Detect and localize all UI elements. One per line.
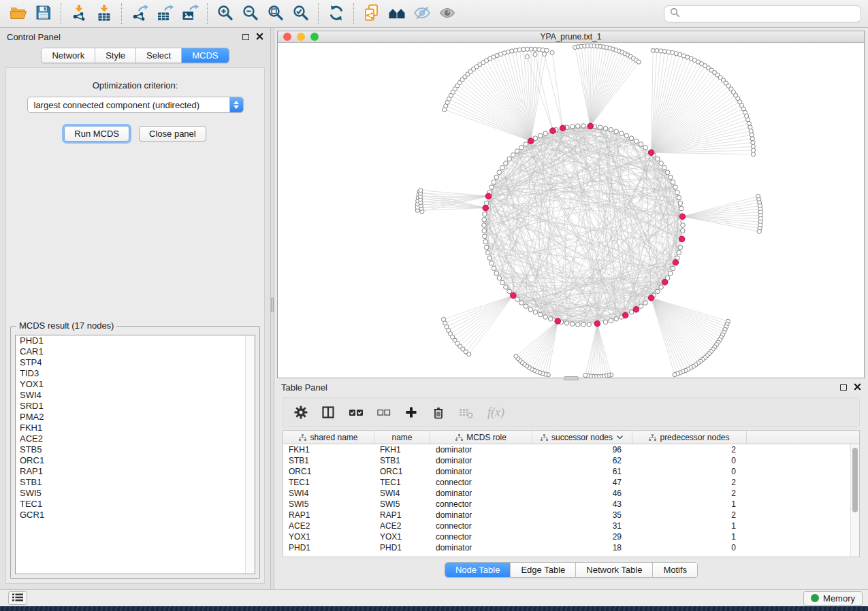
tab-network-table[interactable]: Network Table xyxy=(575,563,652,577)
optimization-select[interactable]: largest connected component (undirected) xyxy=(27,97,244,113)
tab-network[interactable]: Network xyxy=(42,48,95,63)
table-body: FKH1FKH1dominator962STB1STB1dominator620… xyxy=(283,444,859,553)
column-header-shared-name[interactable]: shared name xyxy=(283,431,374,444)
table-cell: SWI5 xyxy=(283,499,374,510)
table-row[interactable]: ORC1ORC1dominator610 xyxy=(283,466,859,477)
export-image-button[interactable] xyxy=(177,3,202,24)
table-cell: 96 xyxy=(532,444,632,455)
tab-select[interactable]: Select xyxy=(135,48,181,63)
export-network-button[interactable] xyxy=(127,3,152,24)
table-row[interactable]: SWI5SWI5connector431 xyxy=(283,499,859,510)
column-header-mcds-role[interactable]: MCDS role xyxy=(430,431,532,444)
mcds-result-item[interactable]: YOX1 xyxy=(16,379,255,390)
table-row[interactable]: ACE2ACE2connector311 xyxy=(283,521,859,531)
table-scrollbar[interactable] xyxy=(850,444,859,557)
table-row[interactable]: PHD1PHD1dominator180 xyxy=(283,542,859,553)
zoom-out-button[interactable] xyxy=(238,3,263,24)
close-panel-icon[interactable] xyxy=(256,32,263,42)
eye-button[interactable] xyxy=(434,3,460,24)
tab-mcds[interactable]: MCDS xyxy=(181,48,228,63)
tab-style[interactable]: Style xyxy=(95,48,135,63)
import-table-button[interactable] xyxy=(91,3,116,24)
float-panel-icon[interactable] xyxy=(242,34,249,40)
import-table-icon xyxy=(95,4,113,24)
float-panel-icon[interactable] xyxy=(840,384,847,391)
table-row[interactable]: STB1STB1dominator620 xyxy=(283,455,859,466)
mcds-result-item[interactable]: STP4 xyxy=(16,357,255,368)
column-header-successor-nodes[interactable]: successor nodes xyxy=(532,431,632,444)
mcds-result-item[interactable]: RAP1 xyxy=(16,466,255,477)
mcds-result-item[interactable]: PMA2 xyxy=(16,412,255,423)
table-row[interactable]: SWI4SWI4dominator462 xyxy=(283,488,859,499)
mcds-result-item[interactable]: SWI5 xyxy=(16,488,255,499)
list-scrollbar[interactable] xyxy=(245,335,255,574)
mcds-result-item[interactable]: SRD1 xyxy=(16,401,255,412)
table-cell: dominator xyxy=(430,510,532,521)
horizontal-splitter-handle[interactable] xyxy=(564,376,579,380)
tab-edge-table[interactable]: Edge Table xyxy=(510,563,575,577)
search-input[interactable] xyxy=(684,9,855,19)
mcds-result-item[interactable]: TID3 xyxy=(16,368,255,379)
scrollbar-thumb[interactable] xyxy=(852,448,858,512)
eye-hidden-button[interactable] xyxy=(409,3,434,24)
settings-gear-icon[interactable] xyxy=(294,406,308,419)
table-row[interactable]: FKH1FKH1dominator962 xyxy=(283,444,859,455)
add-column-icon[interactable] xyxy=(404,406,418,419)
column-header-name[interactable]: name xyxy=(374,431,430,444)
mcds-result-item[interactable]: GCR1 xyxy=(16,510,255,521)
close-panel-icon[interactable] xyxy=(854,382,861,393)
export-network-icon xyxy=(131,4,148,24)
zoom-fit-icon xyxy=(267,4,285,24)
memory-status-icon xyxy=(811,594,819,602)
binoculars-button[interactable] xyxy=(384,3,409,24)
show-columns-icon[interactable] xyxy=(349,408,364,417)
zoom-fit-button[interactable] xyxy=(263,3,288,24)
table-toolbar: f(x) xyxy=(283,397,860,427)
tab-node-table[interactable]: Node Table xyxy=(445,563,511,577)
import-network-button[interactable] xyxy=(66,3,91,24)
mcds-result-item[interactable]: ORC1 xyxy=(16,455,255,466)
table-cell: 1 xyxy=(632,521,747,531)
toggle-columns-panel-icon[interactable] xyxy=(321,406,335,419)
table-row[interactable]: TEC1TEC1connector472 xyxy=(283,477,859,488)
search-icon xyxy=(670,7,680,20)
mcds-result-item[interactable]: TEC1 xyxy=(16,499,255,510)
zoom-in-button[interactable] xyxy=(212,3,238,24)
network-search-box[interactable] xyxy=(664,5,861,22)
select-stepper-icon xyxy=(229,97,243,112)
table-cell: STB1 xyxy=(374,455,430,466)
mcds-result-item[interactable]: PHD1 xyxy=(16,335,255,346)
table-cell: 1 xyxy=(632,499,747,510)
table-cell: SWI4 xyxy=(374,488,430,499)
save-session-button[interactable] xyxy=(31,3,56,24)
run-mcds-button[interactable]: Run MCDS xyxy=(64,126,129,142)
mcds-result-item[interactable]: CAR1 xyxy=(16,346,255,357)
mcds-result-item[interactable]: FKH1 xyxy=(16,423,255,433)
mcds-result-item[interactable]: SWI4 xyxy=(16,390,255,401)
mcds-result-item[interactable]: ACE2 xyxy=(16,433,255,444)
network-window-titlebar[interactable]: YPA_prune.txt_1 xyxy=(278,31,864,43)
network-canvas[interactable] xyxy=(278,43,864,378)
mcds-result-item[interactable]: STB5 xyxy=(16,444,255,455)
copy-share-button[interactable] xyxy=(359,3,384,24)
table-row[interactable]: RAP1RAP1dominator352 xyxy=(283,510,859,521)
delete-column-icon[interactable] xyxy=(432,406,445,420)
table-cell: dominator xyxy=(430,455,532,466)
task-history-button[interactable] xyxy=(8,591,27,605)
control-panel: Control Panel NetworkStyleSelectMCDS Opt… xyxy=(0,28,270,589)
mcds-result-item[interactable]: STB1 xyxy=(16,477,255,488)
tab-motifs[interactable]: Motifs xyxy=(652,563,697,577)
splitter-handle-icon[interactable] xyxy=(271,297,274,312)
list-icon xyxy=(12,593,23,604)
zoom-selected-button[interactable] xyxy=(288,3,313,24)
network-graph[interactable] xyxy=(278,43,864,378)
open-file-button[interactable] xyxy=(5,3,31,24)
mcds-result-list[interactable]: PHD1CAR1STP4TID3YOX1SWI4SRD1PMA2FKH1ACE2… xyxy=(15,335,255,574)
column-header-predecessor-nodes[interactable]: predecessor nodes xyxy=(632,431,747,444)
close-panel-button[interactable]: Close panel xyxy=(139,126,206,142)
hide-columns-icon[interactable] xyxy=(377,408,391,417)
memory-button[interactable]: Memory xyxy=(803,591,863,606)
refresh-button[interactable] xyxy=(323,3,349,24)
export-table-button[interactable] xyxy=(152,3,177,24)
table-row[interactable]: YOX1YOX1connector291 xyxy=(283,531,859,542)
